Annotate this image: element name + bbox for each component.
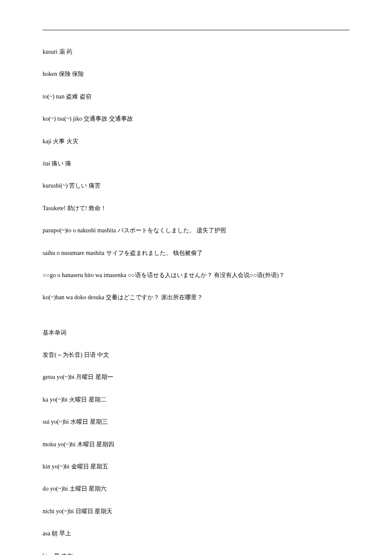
document-page: kusuri 薬 药 hoken 保険 保险 to(~) nan 盗难 盗窃 k… [0,0,392,555]
section-spacer [43,315,349,328]
vocabulary-entry: pasupo(~)to o nakushi mashita パスポートをなくしま… [43,226,349,235]
vocabulary-entry: kurushi(~) 苦しい 痛苦 [43,181,349,191]
vocabulary-entry: kusuri 薬 药 [43,47,349,57]
vocabulary-entry: kin yo(~)bi 金曜日 星期五 [43,462,349,471]
vocabulary-entry: hoken 保険 保险 [43,69,349,79]
pronunciation-header: 发音(～为长音) 日语 中文 [43,350,349,360]
vocabulary-list-bottom: getsu yo(~)bi 月曜日 星期一 ka yo(~)bi 火曜日 星期二… [43,373,349,555]
vocabulary-entry: do yo(~)bi 土曜日 星期六 [43,484,349,494]
vocabulary-entry: getsu yo(~)bi 月曜日 星期一 [43,373,349,382]
vocabulary-entry: ko(~) tsu(~) jiko 交通事故 交通事故 [43,114,349,124]
vocabulary-entry: itai 痛い 痛 [43,159,349,168]
vocabulary-entry: moku yo(~)bi 木曜日 星期四 [43,440,349,449]
vocabulary-entry: sui yo(~)bi 水曜日 星期三 [43,417,349,427]
horizontal-rule [43,30,349,30]
vocabulary-entry: asa 朝 早上 [43,529,349,538]
vocabulary-entry: nichi yo(~)bi 日曜日 星期天 [43,507,349,516]
vocabulary-entry: Tasukete! 助けて! 救命！ [43,204,349,213]
vocabulary-entry: kaji 火事 火灾 [43,137,349,146]
vocabulary-entry: saihu o nusumare mashita サイフを盗まれました。 钱包被… [43,249,349,258]
vocabulary-entry: ○○go o hanaseru hito wa imasenka ○○语を话せる… [43,271,349,280]
vocabulary-entry: to(~) nan 盗难 盗窃 [43,92,349,101]
section-header: 基本单词 [43,328,349,338]
vocabulary-list-top: kusuri 薬 药 hoken 保険 保险 to(~) nan 盗难 盗窃 k… [43,47,349,303]
vocabulary-entry: hiru 昼 中午 [43,552,349,555]
vocabulary-entry: ka yo(~)bi 火曜日 星期二 [43,395,349,405]
vocabulary-entry: ko(~)ban wa doko desuka 交番はどこですか？ 派出所在哪里… [43,293,349,302]
